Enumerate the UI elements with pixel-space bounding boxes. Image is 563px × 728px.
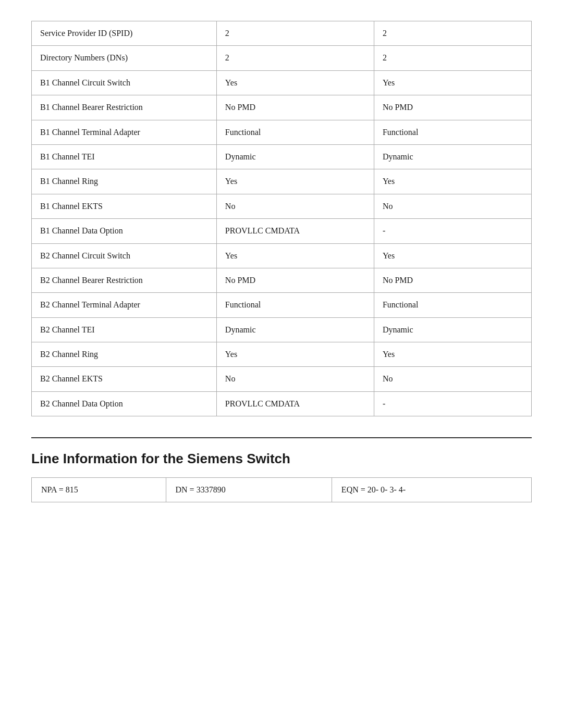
row-col2: 2 xyxy=(374,21,531,46)
row-col1: Dynamic xyxy=(216,144,374,169)
row-col1: 2 xyxy=(216,46,374,70)
table-row: B2 Channel TEIDynamicDynamic xyxy=(32,317,532,342)
table-row: B2 Channel EKTSNoNo xyxy=(32,367,532,391)
row-label: B2 Channel Terminal Adapter xyxy=(32,293,217,317)
npa-cell: NPA = 815 xyxy=(32,478,166,502)
row-label: Directory Numbers (DNs) xyxy=(32,46,217,70)
table-row: B2 Channel Circuit SwitchYesYes xyxy=(32,243,532,268)
table-row: B1 Channel EKTSNoNo xyxy=(32,194,532,218)
table-row: B2 Channel Bearer RestrictionNo PMDNo PM… xyxy=(32,268,532,292)
row-col2: No PMD xyxy=(374,95,531,120)
row-col1: Yes xyxy=(216,342,374,367)
table-row: B2 Channel Data OptionPROVLLC CMDATA- xyxy=(32,391,532,416)
row-col2: Yes xyxy=(374,70,531,95)
table-row: B1 Channel Circuit SwitchYesYes xyxy=(32,70,532,95)
table-row: B2 Channel Terminal AdapterFunctionalFun… xyxy=(32,293,532,317)
row-col2: Dynamic xyxy=(374,317,531,342)
table-row: B2 Channel RingYesYes xyxy=(32,342,532,367)
main-data-table: Service Provider ID (SPID)22Directory Nu… xyxy=(31,21,532,416)
row-col2: Functional xyxy=(374,120,531,144)
row-col1: No PMD xyxy=(216,268,374,292)
row-col1: PROVLLC CMDATA xyxy=(216,391,374,416)
row-col1: No xyxy=(216,367,374,391)
row-col2: No xyxy=(374,194,531,218)
row-col1: Dynamic xyxy=(216,317,374,342)
row-label: B1 Channel Terminal Adapter xyxy=(32,120,217,144)
row-label: B1 Channel Ring xyxy=(32,169,217,194)
eqn-cell: EQN = 20- 0- 3- 4- xyxy=(332,478,531,502)
section-title: Line Information for the Siemens Switch xyxy=(31,451,532,467)
row-col2: No xyxy=(374,367,531,391)
row-col2: Dynamic xyxy=(374,144,531,169)
line-info-table: NPA = 815 DN = 3337890 EQN = 20- 0- 3- 4… xyxy=(31,477,532,502)
row-label: B2 Channel Bearer Restriction xyxy=(32,268,217,292)
row-col1: No xyxy=(216,194,374,218)
row-label: B1 Channel EKTS xyxy=(32,194,217,218)
row-col1: Yes xyxy=(216,169,374,194)
row-label: B1 Channel Bearer Restriction xyxy=(32,95,217,120)
row-col1: No PMD xyxy=(216,95,374,120)
row-col2: Functional xyxy=(374,293,531,317)
row-label: B1 Channel TEI xyxy=(32,144,217,169)
row-col1: PROVLLC CMDATA xyxy=(216,219,374,243)
table-row: B1 Channel RingYesYes xyxy=(32,169,532,194)
row-col2: - xyxy=(374,219,531,243)
row-label: B2 Channel Circuit Switch xyxy=(32,243,217,268)
row-label: B2 Channel EKTS xyxy=(32,367,217,391)
table-row: B1 Channel TEIDynamicDynamic xyxy=(32,144,532,169)
row-label: Service Provider ID (SPID) xyxy=(32,21,217,46)
line-info-row: NPA = 815 DN = 3337890 EQN = 20- 0- 3- 4… xyxy=(32,478,532,502)
row-col2: 2 xyxy=(374,46,531,70)
table-row: B1 Channel Terminal AdapterFunctionalFun… xyxy=(32,120,532,144)
row-label: B2 Channel TEI xyxy=(32,317,217,342)
row-col1: Functional xyxy=(216,293,374,317)
dn-cell: DN = 3337890 xyxy=(166,478,332,502)
row-col2: Yes xyxy=(374,243,531,268)
row-label: B1 Channel Circuit Switch xyxy=(32,70,217,95)
row-col1: Functional xyxy=(216,120,374,144)
row-col2: No PMD xyxy=(374,268,531,292)
row-col1: 2 xyxy=(216,21,374,46)
row-label: B2 Channel Data Option xyxy=(32,391,217,416)
table-row: B1 Channel Bearer RestrictionNo PMDNo PM… xyxy=(32,95,532,120)
table-row: Service Provider ID (SPID)22 xyxy=(32,21,532,46)
row-col1: Yes xyxy=(216,70,374,95)
row-label: B1 Channel Data Option xyxy=(32,219,217,243)
row-label: B2 Channel Ring xyxy=(32,342,217,367)
row-col2: Yes xyxy=(374,342,531,367)
row-col2: Yes xyxy=(374,169,531,194)
table-row: B1 Channel Data OptionPROVLLC CMDATA- xyxy=(32,219,532,243)
section-divider xyxy=(31,437,532,438)
row-col2: - xyxy=(374,391,531,416)
table-row: Directory Numbers (DNs)22 xyxy=(32,46,532,70)
row-col1: Yes xyxy=(216,243,374,268)
